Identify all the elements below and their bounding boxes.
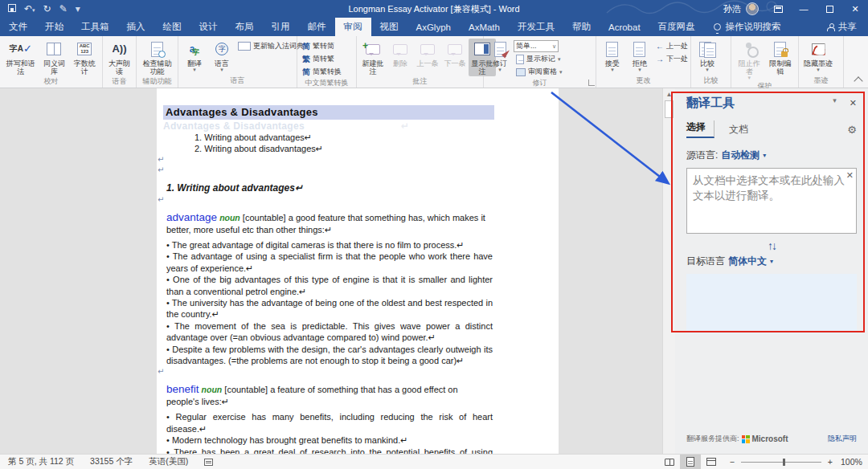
target-language-caret-icon[interactable]: ▾ bbox=[770, 258, 773, 265]
fan-icon: 简 bbox=[302, 43, 310, 51]
compare-button[interactable]: 比较 ▾ bbox=[694, 39, 721, 73]
privacy-statement-link[interactable]: 隐私声明 bbox=[828, 434, 857, 444]
tab-acrobat[interactable]: Acrobat bbox=[600, 18, 649, 36]
zoom-in-icon[interactable]: + bbox=[828, 457, 833, 467]
tracking-dialog-launcher-icon[interactable] bbox=[588, 80, 595, 86]
tab-layout[interactable]: 布局 bbox=[227, 18, 263, 36]
tab-mailings[interactable]: 邮件 bbox=[299, 18, 335, 36]
spelling-grammar-button[interactable]: 字A✓ 拼写和语法 bbox=[2, 39, 39, 76]
zoom-level[interactable]: 100% bbox=[841, 457, 868, 467]
web-layout-button[interactable] bbox=[701, 455, 722, 469]
tab-axmath[interactable]: AxMath bbox=[460, 18, 509, 36]
print-layout-button[interactable] bbox=[680, 455, 701, 469]
translate-button[interactable]: a字 翻译 ▾ bbox=[181, 39, 208, 73]
undo-icon[interactable]: ↶▾ bbox=[24, 4, 35, 14]
track-changes-icon bbox=[494, 39, 506, 59]
update-ime-dictionary-button[interactable]: 更新输入法词典 bbox=[235, 40, 306, 52]
block-authors-button[interactable]: 阻止作者 ▾ bbox=[734, 39, 765, 81]
document-page[interactable]: Advantages & Disadvantages Advantages & … bbox=[157, 88, 559, 454]
pane-tab-selection[interactable]: 选择 bbox=[686, 120, 714, 138]
tab-home[interactable]: 开始 bbox=[36, 18, 72, 36]
simplified-traditional-convert-button[interactable]: 简 简繁转换 bbox=[300, 66, 344, 78]
restrict-editing-button[interactable]: 限制编辑 bbox=[765, 39, 796, 76]
word-count-button[interactable]: ABC123 字数统计 bbox=[69, 39, 100, 76]
accept-button[interactable]: ✓ 接受 ▾ bbox=[599, 39, 626, 73]
language-button[interactable]: 语言 ▾ bbox=[208, 39, 235, 73]
read-aloud-button[interactable]: A)) 大声朗读 bbox=[105, 39, 133, 76]
tab-insert[interactable]: 插入 bbox=[118, 18, 154, 36]
vertical-scrollbar[interactable]: ▲ bbox=[662, 88, 675, 454]
ink-editor-icon[interactable]: ✎ bbox=[59, 4, 68, 14]
tab-toolbox[interactable]: 工具箱 bbox=[72, 18, 118, 36]
hide-ink-button[interactable]: 隐藏墨迹 ▾ bbox=[801, 39, 835, 73]
tab-view[interactable]: 视图 bbox=[371, 18, 407, 36]
traditional-to-simplified-button[interactable]: 简 繁转简 bbox=[300, 40, 344, 52]
zoom-out-icon[interactable]: − bbox=[730, 457, 735, 467]
tab-axglyph[interactable]: AxGlyph bbox=[407, 18, 460, 36]
scrollbar-thumb[interactable] bbox=[665, 100, 674, 118]
translation-source-input[interactable] bbox=[686, 168, 857, 234]
tab-review[interactable]: 审阅 bbox=[335, 18, 371, 36]
pane-tab-document[interactable]: 文档 bbox=[729, 123, 748, 137]
delete-comment-icon bbox=[393, 39, 407, 59]
read-mode-button[interactable] bbox=[659, 455, 680, 469]
redo-icon[interactable]: ↻ bbox=[43, 4, 51, 14]
group-proofing: 字A✓ 拼写和语法 同义词库 ABC123 字数统计 校对 bbox=[0, 36, 103, 88]
source-language-value[interactable]: 自动检测 bbox=[721, 149, 760, 162]
next-comment-icon bbox=[448, 39, 462, 59]
collapse-ribbon-icon[interactable] bbox=[854, 76, 862, 85]
new-comment-button[interactable]: + 新建批注 bbox=[359, 39, 387, 76]
simplified-to-traditional-button[interactable]: 繁 简转繁 bbox=[300, 53, 344, 65]
example-line: • Regular exercise has many benefits, in… bbox=[166, 411, 493, 434]
pane-title: 翻译工具 bbox=[686, 96, 735, 111]
clear-input-icon[interactable]: ✕ bbox=[846, 170, 854, 181]
tab-draw[interactable]: 绘图 bbox=[154, 18, 190, 36]
restore-button[interactable] bbox=[817, 0, 842, 18]
pane-close-icon[interactable]: ✕ bbox=[850, 98, 857, 108]
page-indicator[interactable]: 第 5 页, 共 112 页 bbox=[0, 456, 82, 467]
next-change-button[interactable]: → 下一处 bbox=[653, 53, 690, 65]
quick-access-toolbar: ↶▾ ↻ ✎ ▾ bbox=[0, 4, 80, 14]
scroll-up-icon[interactable]: ▲ bbox=[663, 88, 675, 100]
group-changes: ✓ 接受 ▾ ✗ 拒绝 ▾ ← 上一处 → 下一处 更改 bbox=[596, 36, 691, 88]
tab-file[interactable]: 文件 bbox=[0, 18, 36, 36]
check-accessibility-button[interactable]: 检查辅助功能 bbox=[139, 39, 175, 76]
previous-change-button[interactable]: ← 上一处 bbox=[653, 40, 690, 52]
language-indicator[interactable]: 英语(美国) bbox=[141, 456, 196, 467]
tab-developer[interactable]: 开发工具 bbox=[509, 18, 563, 36]
previous-comment-button[interactable]: 上一条 bbox=[414, 39, 441, 68]
delete-comment-button[interactable]: 删除 bbox=[387, 39, 414, 68]
word-count-indicator[interactable]: 33155 个字 bbox=[82, 456, 141, 467]
customize-qat-caret-icon[interactable]: ▾ bbox=[76, 4, 80, 14]
example-line: • The university has the advantage of be… bbox=[166, 297, 493, 320]
translation-result-box bbox=[686, 274, 857, 333]
reviewing-pane-button[interactable]: 审阅窗格 ▾ bbox=[514, 66, 565, 78]
markup-view-dropdown[interactable]: 简单... ∨ bbox=[514, 40, 559, 52]
example-line: • There has been a great deal of researc… bbox=[166, 447, 493, 454]
source-language-caret-icon[interactable]: ▾ bbox=[763, 152, 766, 159]
tell-me-search[interactable]: 操作说明搜索 bbox=[704, 18, 791, 36]
close-button[interactable]: ✕ bbox=[842, 0, 868, 18]
abc123-icon: ABC123 bbox=[77, 39, 92, 59]
reviewing-pane-icon bbox=[516, 68, 526, 76]
zoom-slider[interactable] bbox=[741, 462, 821, 463]
target-language-value[interactable]: 简体中文 bbox=[728, 255, 767, 268]
reject-button[interactable]: ✗ 拒绝 ▾ bbox=[626, 39, 653, 73]
swap-languages-icon[interactable]: ↑↓ bbox=[686, 239, 857, 252]
tab-help[interactable]: 帮助 bbox=[563, 18, 600, 36]
zoom-slider-thumb[interactable] bbox=[783, 459, 785, 466]
example-line: • One of the big advantages of this type… bbox=[166, 274, 493, 297]
share-button[interactable]: 共享 bbox=[816, 18, 868, 36]
example-line: • The movement of the sea is predictable… bbox=[166, 320, 493, 344]
thesaurus-button[interactable]: 同义词库 bbox=[39, 39, 70, 76]
pane-options-caret-icon[interactable]: ▾ bbox=[833, 98, 837, 108]
tab-baidu-netdisk[interactable]: 百度网盘 bbox=[649, 18, 704, 36]
track-changes-button[interactable]: 修订 ▾ bbox=[486, 39, 514, 73]
tab-design[interactable]: 设计 bbox=[190, 18, 227, 36]
proofing-status-icon[interactable] bbox=[196, 459, 221, 466]
show-markup-button[interactable]: 显示标记 ▾ bbox=[514, 53, 565, 65]
tab-references[interactable]: 引用 bbox=[263, 18, 299, 36]
gear-icon[interactable]: ⚙ bbox=[847, 124, 857, 136]
save-icon[interactable] bbox=[8, 4, 16, 14]
next-comment-button[interactable]: 下一条 bbox=[441, 39, 469, 68]
